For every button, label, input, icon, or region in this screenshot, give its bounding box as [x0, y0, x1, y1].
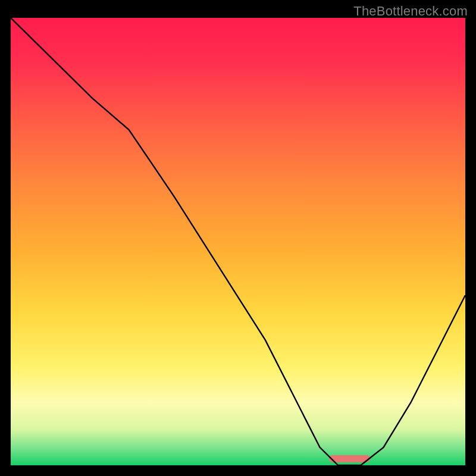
- bottleneck-curve: [11, 18, 465, 465]
- chart-frame: [11, 18, 465, 465]
- watermark-text: TheBottleneck.com: [353, 4, 468, 19]
- plot-area: [11, 18, 465, 465]
- curve-path: [11, 18, 465, 465]
